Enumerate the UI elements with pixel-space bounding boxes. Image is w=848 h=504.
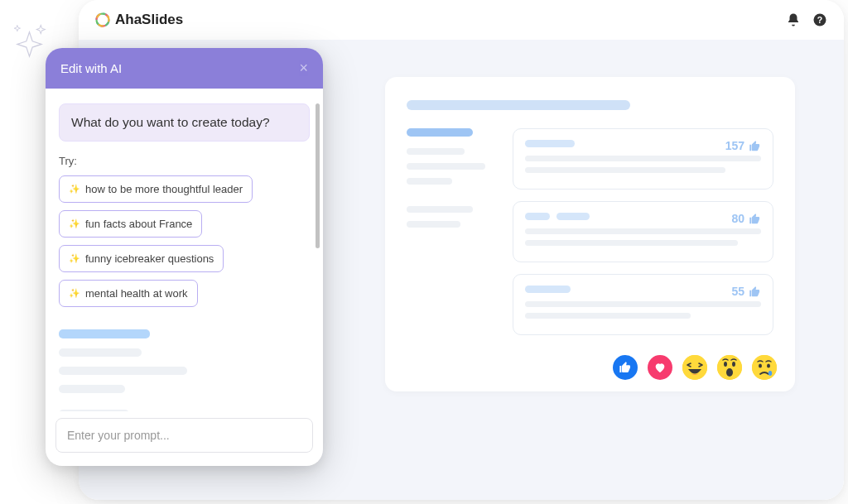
reaction-sad[interactable] [752, 355, 777, 380]
ai-panel: Edit with AI × What do you want to creat… [46, 48, 323, 466]
thumbs-up-icon [749, 213, 761, 225]
result-card: 80 [513, 201, 773, 262]
suggestion-pill[interactable]: ✨ fun facts about France [59, 210, 202, 238]
placeholder-line [525, 240, 738, 246]
placeholder-line [59, 348, 142, 357]
reaction-wow[interactable] [717, 355, 742, 380]
vote-number: 55 [731, 285, 744, 298]
svg-point-12 [759, 364, 762, 368]
vote-count: 157 [725, 139, 761, 152]
svg-point-8 [724, 362, 727, 367]
close-icon[interactable]: × [299, 60, 308, 77]
reaction-like[interactable] [613, 355, 638, 380]
vote-count: 80 [731, 212, 761, 225]
slide-preview-card: 157 80 [385, 77, 795, 391]
sad-face-icon [752, 355, 777, 380]
suggestion-pill[interactable]: ✨ funny icebreaker questions [59, 245, 224, 272]
placeholder-line [59, 367, 187, 375]
suggestion-text: how to be more thoughtful leader [85, 183, 243, 195]
placeholder-line [525, 313, 691, 319]
svg-text:?: ? [817, 15, 822, 25]
placeholder-line [407, 221, 460, 228]
slide-title-placeholder [407, 100, 630, 110]
suggestion-text: funny icebreaker questions [85, 252, 214, 265]
ai-input-placeholder: Enter your prompt... [67, 429, 170, 442]
notifications-icon[interactable] [786, 12, 801, 27]
reaction-love[interactable] [648, 355, 672, 380]
reactions-row [613, 355, 777, 380]
haha-face-icon [682, 355, 707, 380]
scrollbar-thumb[interactable] [316, 103, 320, 248]
result-card: 55 [513, 274, 773, 335]
thumbs-up-icon [749, 140, 761, 152]
slide-results-column: 157 80 [513, 128, 773, 347]
svg-point-14 [768, 371, 772, 376]
ai-panel-body: What do you want to create today? Try: ✨… [46, 89, 323, 411]
brand-logo-icon [95, 12, 110, 27]
placeholder-line [525, 156, 761, 161]
sparkle-icon: ✨ [69, 253, 80, 264]
placeholder-line [59, 385, 125, 393]
svg-point-10 [726, 368, 733, 377]
placeholder-line [525, 228, 761, 234]
placeholder-line [407, 163, 485, 170]
ai-panel-header: Edit with AI × [46, 48, 323, 89]
ai-prompt-input[interactable]: Enter your prompt... [55, 418, 313, 453]
ai-prompt-question: What do you want to create today? [59, 103, 310, 142]
svg-point-6 [682, 355, 707, 380]
wow-face-icon [717, 355, 742, 380]
thumbs-up-icon [749, 286, 761, 298]
suggestion-pill[interactable]: ✨ mental health at work [59, 280, 198, 307]
help-icon[interactable]: ? [812, 12, 827, 27]
brand: AhaSlides [95, 12, 183, 28]
header-actions: ? [786, 12, 827, 27]
result-title-placeholder [525, 140, 575, 147]
placeholder-line [407, 178, 452, 185]
sparkle-icon: ✨ [69, 184, 80, 194]
slide-left-accent-line [407, 128, 473, 137]
slide-left-column [407, 128, 498, 347]
accent-placeholder-line [59, 329, 150, 338]
ai-panel-title: Edit with AI [60, 61, 122, 75]
heart-icon [653, 361, 667, 374]
result-title-placeholder [525, 286, 571, 293]
app-header: AhaSlides ? [79, 0, 844, 40]
reaction-haha[interactable] [682, 355, 707, 380]
try-label: Try: [59, 155, 310, 167]
placeholder-line [407, 148, 465, 155]
brand-name: AhaSlides [115, 12, 183, 28]
suggestion-text: fun facts about France [85, 218, 192, 230]
suggestion-pill[interactable]: ✨ how to be more thoughtful leader [59, 175, 253, 203]
placeholder-line [556, 213, 590, 220]
placeholder-line [59, 410, 129, 411]
slide-content: 157 80 [407, 128, 773, 347]
svg-point-11 [752, 355, 777, 380]
placeholder-line [407, 206, 473, 213]
thumbs-up-icon [619, 361, 632, 374]
vote-number: 157 [725, 139, 744, 152]
placeholder-line [525, 213, 550, 220]
result-card: 157 [513, 128, 773, 190]
vote-number: 80 [731, 212, 744, 225]
svg-point-13 [767, 364, 770, 368]
vote-count: 55 [731, 285, 761, 298]
sparkle-icon: ✨ [69, 218, 80, 229]
suggestion-text: mental health at work [85, 287, 188, 300]
placeholder-line [525, 301, 761, 307]
svg-point-9 [732, 362, 735, 367]
placeholder-line [525, 167, 725, 173]
sparkle-icon: ✨ [69, 288, 80, 299]
